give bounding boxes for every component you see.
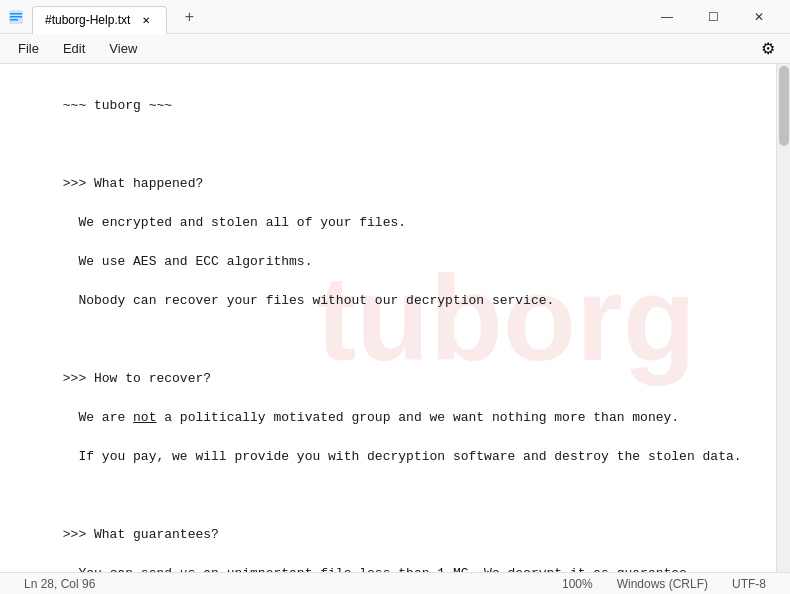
maximize-button[interactable]: ☐ [690,0,736,34]
menu-bar: File Edit View ⚙ [0,34,790,64]
active-tab[interactable]: #tuborg-Help.txt ✕ [32,6,167,34]
file-menu[interactable]: File [8,37,49,60]
section-recover: >>> How to recover? [63,371,211,386]
encoding[interactable]: UTF-8 [720,577,778,591]
svg-rect-3 [10,19,18,21]
editor-area: tuborg ~~~ tuborg ~~~ >>> What happened?… [0,64,790,572]
svg-rect-2 [10,16,22,18]
svg-rect-1 [10,13,22,15]
status-bar: Ln 28, Col 96 100% Windows (CRLF) UTF-8 [0,572,790,594]
title-bar-left: #tuborg-Help.txt ✕ + [8,3,644,31]
scrollbar-thumb[interactable] [779,66,789,146]
settings-button[interactable]: ⚙ [754,35,782,63]
line-file: You can send us an unimportant file less… [63,566,695,573]
line-pay: If you pay, we will provide you with dec… [63,449,742,464]
line-encrypted: We encrypted and stolen all of your file… [63,215,406,230]
minimize-button[interactable]: — [644,0,690,34]
line-not-political: We are not a politically motivated group… [63,410,679,425]
edit-menu[interactable]: Edit [53,37,95,60]
close-button[interactable]: ✕ [736,0,782,34]
line-aes: We use AES and ECC algorithms. [63,254,313,269]
window-controls: — ☐ ✕ [644,0,782,34]
cursor-position[interactable]: Ln 28, Col 96 [12,577,107,591]
text-content: ~~~ tuborg ~~~ >>> What happened? We enc… [16,76,760,572]
tab-label: #tuborg-Help.txt [45,13,130,27]
view-menu[interactable]: View [99,37,147,60]
app-icon [8,9,24,25]
new-tab-button[interactable]: + [175,3,203,31]
header-line: ~~~ tuborg ~~~ [63,98,172,113]
menu-bar-right: ⚙ [754,35,782,63]
tab-close-button[interactable]: ✕ [138,12,154,28]
zoom-level[interactable]: 100% [550,577,605,591]
scrollbar[interactable] [776,64,790,572]
editor-content[interactable]: tuborg ~~~ tuborg ~~~ >>> What happened?… [0,64,776,572]
line-ending[interactable]: Windows (CRLF) [605,577,720,591]
section-happened: >>> What happened? [63,176,203,191]
title-bar: #tuborg-Help.txt ✕ + — ☐ ✕ [0,0,790,34]
line-nobody: Nobody can recover your files without ou… [63,293,555,308]
section-guarantees: >>> What guarantees? [63,527,219,542]
word-not: not [133,410,156,425]
